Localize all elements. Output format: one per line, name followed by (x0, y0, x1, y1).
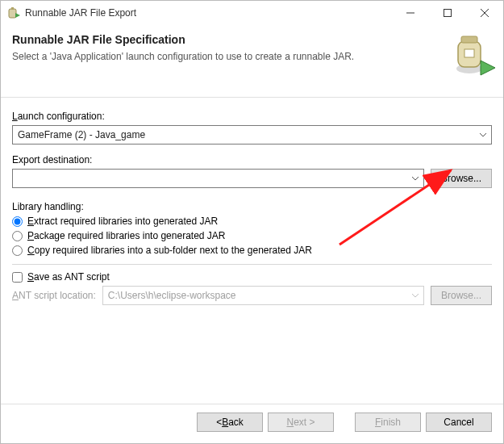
app-icon (7, 6, 20, 19)
wizard-body: Launch configuration: GameFrame (2) - Ja… (1, 98, 503, 310)
minimize-button[interactable] (392, 1, 429, 25)
svg-marker-11 (481, 61, 495, 75)
chevron-down-icon (407, 176, 423, 181)
launch-config-combo[interactable]: GameFrame (2) - Java_game (12, 125, 492, 145)
library-handling-label: Library handling: (12, 201, 492, 212)
svg-rect-10 (464, 49, 474, 57)
svg-rect-4 (444, 10, 452, 17)
save-ant-checkbox[interactable] (12, 272, 23, 283)
chevron-down-icon (475, 132, 491, 137)
copy-libs-radio[interactable] (12, 245, 23, 256)
svg-rect-0 (9, 9, 16, 18)
page-title: Runnable JAR File Specification (12, 33, 492, 46)
chevron-down-icon (407, 293, 423, 298)
ant-location-combo: C:\Users\h\eclipse-workspace (102, 286, 424, 305)
package-libs-label: Package required libraries into generate… (27, 230, 225, 241)
export-browse-button[interactable]: Browse... (431, 169, 492, 188)
save-ant-label: Save as ANT script (27, 271, 110, 283)
launch-config-label: Launch configuration: (12, 111, 492, 122)
extract-libs-label: Extract required libraries into generate… (27, 216, 218, 227)
launch-config-value: GameFrame (2) - Java_game (13, 129, 475, 140)
dialog-window: Runnable JAR File Export Runnable JAR Fi… (0, 0, 504, 444)
close-button[interactable] (466, 1, 503, 25)
wizard-header: Runnable JAR File Specification Select a… (1, 25, 503, 98)
ant-location-value: C:\Users\h\eclipse-workspace (103, 290, 407, 301)
ant-location-label: ANT script location: (12, 290, 96, 301)
page-desc: Select a 'Java Application' launch confi… (12, 51, 492, 62)
ant-browse-button: Browse... (431, 286, 492, 305)
maximize-button[interactable] (429, 1, 466, 25)
copy-libs-label: Copy required libraries into a sub-folde… (27, 245, 312, 256)
svg-marker-2 (15, 13, 20, 18)
svg-rect-9 (461, 36, 477, 43)
titlebar: Runnable JAR File Export (1, 1, 503, 25)
next-button: Next > (268, 413, 334, 432)
svg-rect-1 (11, 7, 14, 10)
package-libs-radio[interactable] (12, 231, 23, 241)
back-button[interactable]: < Back (197, 413, 263, 432)
separator (12, 264, 492, 265)
cancel-button[interactable]: Cancel (426, 413, 492, 432)
window-title: Runnable JAR File Export (25, 7, 392, 19)
export-dest-label: Export destination: (12, 154, 492, 165)
extract-libs-radio[interactable] (12, 216, 23, 227)
wizard-footer: < Back Next > Finish Cancel (1, 404, 503, 443)
export-dest-combo[interactable] (12, 169, 424, 188)
finish-button: Finish (355, 413, 421, 432)
jar-banner-icon (448, 30, 497, 82)
